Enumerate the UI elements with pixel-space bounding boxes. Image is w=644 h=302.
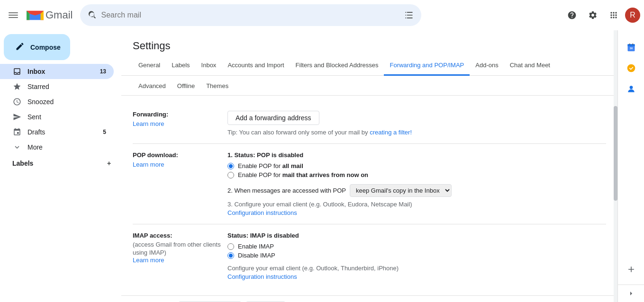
subtab-themes[interactable]: Themes <box>200 78 234 96</box>
imap-status: Status: IMAP is disabled <box>227 232 606 239</box>
pop-all-mail-radio[interactable] <box>227 163 234 169</box>
forwarding-label: Forwarding: Learn more <box>133 111 227 136</box>
sidebar: Compose Inbox 13 Starred Snoozed <box>0 30 121 302</box>
calendar-icon-button[interactable]: 30 <box>622 38 641 57</box>
tab-accounts[interactable]: Accounts and Import <box>222 56 290 76</box>
creating-filter-link[interactable]: creating a filter! <box>370 129 412 136</box>
add-forwarding-button[interactable]: Add a forwarding address <box>227 111 319 125</box>
pop-status: 1. Status: POP is disabled <box>227 151 606 159</box>
compose-label: Compose <box>30 44 61 51</box>
right-panel: 30 <box>617 30 644 302</box>
imap-content: Status: IMAP is disabled Enable IMAP Dis… <box>227 232 606 280</box>
snoozed-label: Snoozed <box>27 98 54 106</box>
drafts-badge: 5 <box>103 129 106 135</box>
labels-header: Labels + <box>0 155 121 170</box>
sidebar-item-inbox[interactable]: Inbox 13 <box>0 64 114 79</box>
svg-rect-7 <box>629 44 630 45</box>
forwarding-section: Forwarding: Learn more Add a forwarding … <box>133 103 606 144</box>
inbox-label: Inbox <box>27 68 45 75</box>
enable-imap-radio[interactable] <box>227 243 234 250</box>
search-bar[interactable] <box>80 4 421 26</box>
enable-imap-row: Enable IMAP <box>227 243 606 250</box>
add-app-button[interactable] <box>622 260 641 279</box>
imap-section: IMAP access: (access Gmail from other cl… <box>133 224 606 288</box>
sent-icon <box>12 112 22 122</box>
imap-config-link[interactable]: Configuration instructions <box>227 273 297 280</box>
pop-from-now-label[interactable]: Enable POP for mail that arrives from no… <box>238 171 368 178</box>
bottom-bar: Save Changes Cancel <box>121 295 617 302</box>
disable-imap-row: Disable IMAP <box>227 252 606 259</box>
pop-label: POP download: Learn more <box>133 151 227 216</box>
settings-content: Settings General Labels Inbox Accounts a… <box>121 30 617 302</box>
sidebar-item-drafts[interactable]: Drafts 5 <box>0 124 114 140</box>
inbox-icon <box>12 67 22 76</box>
forwarding-tip: Tip: You can also forward only some of y… <box>227 129 606 136</box>
svg-rect-8 <box>632 44 633 45</box>
sidebar-item-more[interactable]: More <box>0 140 114 155</box>
tab-inbox[interactable]: Inbox <box>196 56 222 76</box>
menu-button[interactable] <box>4 6 23 25</box>
snoozed-icon <box>12 97 22 107</box>
starred-label: Starred <box>27 83 49 90</box>
forwarding-learn-more[interactable]: Learn more <box>133 120 164 127</box>
svg-point-11 <box>629 86 633 89</box>
when-messages-label: 2. When messages are accessed with POP <box>227 187 346 194</box>
topbar-right: R <box>562 6 640 25</box>
pop-from-now-radio[interactable] <box>227 172 234 178</box>
enable-imap-label[interactable]: Enable IMAP <box>238 243 274 250</box>
imap-config-title: Configure your email client (e.g. Outloo… <box>227 265 606 272</box>
tab-filters[interactable]: Filters and Blocked Addresses <box>290 56 384 76</box>
more-icon <box>12 142 22 152</box>
more-label: More <box>27 143 43 151</box>
starred-icon <box>12 82 22 91</box>
contacts-icon-button[interactable] <box>622 80 641 98</box>
svg-rect-0 <box>9 12 18 13</box>
forwarding-content: Add a forwarding address Tip: You can al… <box>227 111 606 136</box>
compose-icon <box>15 42 25 53</box>
tab-chat[interactable]: Chat and Meet <box>504 56 556 76</box>
search-input[interactable] <box>101 11 400 19</box>
settings-tabs: General Labels Inbox Accounts and Import… <box>121 52 617 76</box>
tab-general[interactable]: General <box>133 56 166 76</box>
help-button[interactable] <box>562 6 581 25</box>
pop-action-select[interactable]: keep Gmail's copy in the Inbox mark Gmai… <box>350 184 452 197</box>
tasks-icon-button[interactable] <box>622 59 641 78</box>
disable-imap-label[interactable]: Disable IMAP <box>238 252 275 259</box>
disable-imap-radio[interactable] <box>227 252 234 259</box>
imap-desc2: using IMAP) <box>133 249 227 256</box>
pop-all-mail-label[interactable]: Enable POP for all mail <box>238 162 303 169</box>
drafts-label: Drafts <box>27 128 45 136</box>
expand-button[interactable] <box>626 289 636 298</box>
settings-title: Settings <box>121 30 617 52</box>
svg-rect-2 <box>9 17 18 18</box>
pop-content: 1. Status: POP is disabled Enable POP fo… <box>227 151 606 216</box>
when-messages-row: 2. When messages are accessed with POP k… <box>227 184 606 197</box>
sidebar-item-starred[interactable]: Starred <box>0 79 114 94</box>
gmail-logo: Gmail <box>27 9 73 22</box>
imap-learn-more[interactable]: Learn more <box>133 257 164 264</box>
gmail-logo-text: Gmail <box>45 9 73 21</box>
sidebar-item-snoozed[interactable]: Snoozed <box>0 94 114 109</box>
add-label-button[interactable]: + <box>104 159 114 168</box>
settings-button[interactable] <box>583 6 602 25</box>
tab-forwarding[interactable]: Forwarding and POP/IMAP <box>384 56 470 76</box>
tab-addons[interactable]: Add-ons <box>470 56 504 76</box>
pop-from-now-row: Enable POP for mail that arrives from no… <box>227 171 606 178</box>
subtab-offline[interactable]: Offline <box>172 78 200 96</box>
pop-learn-more[interactable]: Learn more <box>133 161 164 168</box>
pop-config-link[interactable]: Configuration instructions <box>227 209 297 216</box>
sent-label: Sent <box>27 113 41 121</box>
subtab-advanced[interactable]: Advanced <box>133 78 172 96</box>
inbox-badge: 13 <box>100 68 106 75</box>
pop-config-title: 3. Configure your email client (e.g. Out… <box>227 201 606 208</box>
svg-text:30: 30 <box>629 47 632 50</box>
compose-button[interactable]: Compose <box>4 34 70 60</box>
svg-rect-1 <box>9 15 18 16</box>
tab-labels[interactable]: Labels <box>166 56 195 76</box>
settings-subtabs: Advanced Offline Themes <box>121 76 617 96</box>
imap-desc1: (access Gmail from other clients <box>133 241 227 248</box>
sidebar-item-sent[interactable]: Sent <box>0 109 114 124</box>
avatar[interactable]: R <box>625 8 640 23</box>
apps-button[interactable] <box>604 6 623 25</box>
pop-all-mail-row: Enable POP for all mail <box>227 162 606 169</box>
